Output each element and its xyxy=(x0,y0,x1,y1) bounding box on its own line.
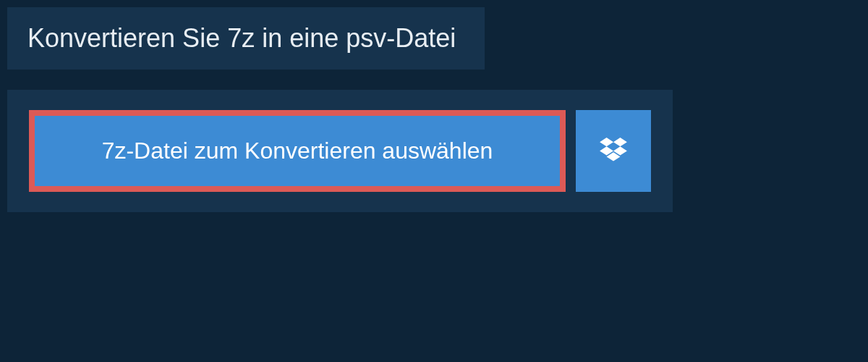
dropbox-icon xyxy=(600,138,627,165)
page-header: Konvertieren Sie 7z in eine psv-Datei xyxy=(7,7,485,70)
upload-panel: 7z-Datei zum Konvertieren auswählen xyxy=(7,90,673,212)
select-file-button[interactable]: 7z-Datei zum Konvertieren auswählen xyxy=(29,110,566,192)
dropbox-button[interactable] xyxy=(576,110,651,192)
select-file-label: 7z-Datei zum Konvertieren auswählen xyxy=(102,138,493,164)
page-title: Konvertieren Sie 7z in eine psv-Datei xyxy=(27,23,456,54)
